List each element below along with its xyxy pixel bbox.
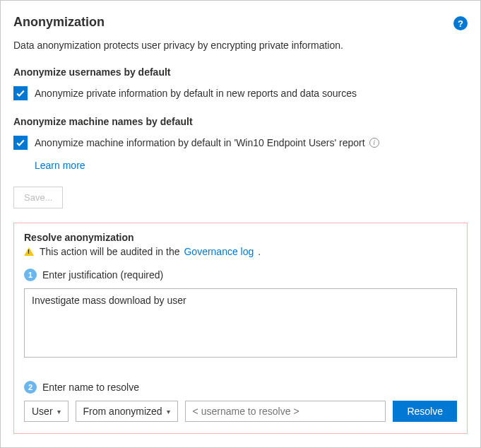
direction-dropdown[interactable]: From anonymized ▾	[76, 401, 178, 422]
anonymize-usernames-row: Anonymize private information by default…	[13, 86, 468, 100]
anonymize-machines-label: Anonymize machine names by default	[13, 116, 468, 127]
help-icon[interactable]: ?	[453, 16, 468, 30]
entity-type-value: User	[32, 406, 53, 417]
audit-notice: This action will be audited in the Gover…	[24, 246, 457, 257]
anonymize-usernames-checkbox[interactable]	[13, 86, 28, 100]
anonymize-machines-checkbox-text: Anonymize machine information by default…	[35, 136, 365, 150]
step-2-row: 2 Enter name to resolve	[24, 381, 457, 394]
resolve-anonymization-box: Resolve anonymization This action will b…	[13, 223, 468, 434]
anonymize-machines-checkbox[interactable]	[13, 136, 28, 150]
check-icon	[16, 88, 25, 98]
warning-icon	[24, 247, 34, 256]
entity-type-dropdown[interactable]: User ▾	[24, 401, 69, 422]
anonymize-machines-checkbox-label: Anonymize machine information by default…	[35, 136, 379, 150]
step-2-label: Enter name to resolve	[42, 382, 139, 393]
page-description: Data anonymization protects user privacy…	[13, 40, 468, 51]
resolve-controls: User ▾ From anonymized ▾ Resolve	[24, 401, 457, 422]
step-1-row: 1 Enter justification (required)	[24, 269, 457, 281]
check-icon	[16, 138, 25, 148]
audit-text-prefix: This action will be audited in the	[40, 246, 179, 257]
info-icon[interactable]: i	[369, 138, 379, 148]
anonymize-machines-row: Anonymize machine information by default…	[13, 136, 468, 150]
anonymize-usernames-label: Anonymize usernames by default	[13, 66, 468, 78]
header-row: Anonymization ?	[13, 12, 468, 35]
step-1-label: Enter justification (required)	[42, 269, 163, 281]
page-title: Anonymization	[13, 15, 105, 30]
chevron-down-icon: ▾	[167, 408, 170, 415]
direction-value: From anonymized	[83, 406, 162, 417]
chevron-down-icon: ▾	[57, 408, 61, 415]
audit-text-suffix: .	[258, 246, 261, 257]
governance-log-link[interactable]: Governance log	[184, 246, 254, 257]
resolve-title: Resolve anonymization	[24, 232, 457, 243]
anonymize-usernames-checkbox-label: Anonymize private information by default…	[35, 86, 357, 100]
step-2-badge: 2	[24, 381, 37, 394]
step-1-badge: 1	[24, 269, 37, 281]
resolve-name-input[interactable]	[185, 401, 386, 422]
anonymization-settings-panel: Anonymization ? Data anonymization prote…	[0, 0, 481, 448]
justification-input[interactable]	[24, 288, 457, 358]
resolve-button[interactable]: Resolve	[393, 401, 457, 422]
learn-more-link[interactable]: Learn more	[35, 160, 85, 171]
save-button[interactable]: Save...	[13, 187, 63, 208]
